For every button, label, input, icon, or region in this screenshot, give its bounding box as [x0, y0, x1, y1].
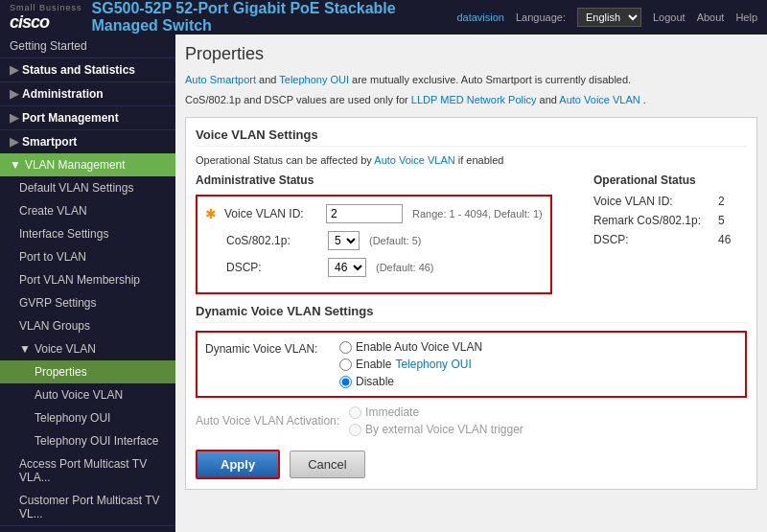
dynamic-vlan-label: Dynamic Voice VLAN: — [205, 340, 330, 356]
sidebar-item-gvrp-settings[interactable]: GVRP Settings — [0, 291, 175, 314]
arrow-icon: ▶ — [10, 135, 18, 149]
datavision-link[interactable]: datavision — [456, 12, 504, 23]
activation-immediate-radio — [349, 406, 361, 419]
sidebar-item-default-vlan[interactable]: Default VLAN Settings — [0, 176, 175, 199]
dscp-hint: (Default: 46) — [376, 262, 434, 273]
op-dscp-label: DSCP: — [593, 233, 709, 246]
radio-enable-auto-label: Enable Auto Voice VLAN — [356, 340, 482, 354]
cos-row: CoS/802.1p: 5 0123467 (Default: 5) — [205, 231, 543, 250]
dynamic-vlan-section: Dynamic Voice VLAN Settings Dynamic Voic… — [196, 304, 747, 436]
sidebar-label: Voice VLAN — [35, 342, 96, 356]
sidebar-item-telephony-oui[interactable]: Telephony OUI — [0, 406, 175, 429]
radio-enable-telephony-label-prefix: Enable — [356, 358, 391, 371]
language-select[interactable]: English — [577, 8, 641, 27]
button-row: Apply Cancel — [196, 450, 747, 479]
op-remark-row: Remark CoS/802.1p: 5 — [593, 214, 747, 227]
auto-voice-vlan-link[interactable]: Auto Voice VLAN — [559, 94, 639, 105]
telephony-oui-link[interactable]: Telephony OUI — [279, 74, 349, 85]
sidebar-label: Access Port Multicast TV VLA... — [19, 457, 166, 484]
lang-label: Language: — [516, 12, 566, 23]
sidebar-item-vlan-groups[interactable]: VLAN Groups — [0, 314, 175, 337]
sidebar-label: Port to VLAN — [19, 250, 86, 264]
voice-vlan-section: Voice VLAN Settings Operational Status c… — [185, 117, 757, 490]
cos-label: CoS/802.1p: — [226, 234, 322, 247]
cos-hint: (Default: 5) — [369, 235, 421, 246]
sidebar-item-auto-voice-vlan[interactable]: Auto Voice VLAN — [0, 383, 175, 406]
sidebar-item-administration[interactable]: ▶ Administration — [0, 81, 175, 105]
dynamic-vlan-box: Dynamic Voice VLAN: Enable Auto Voice VL… — [196, 331, 747, 398]
admin-status-box: ✱ Voice VLAN ID: Range: 1 - 4094, Defaul… — [196, 195, 552, 294]
logout-link[interactable]: Logout — [653, 12, 686, 23]
radio-enable-auto[interactable]: Enable Auto Voice VLAN — [339, 340, 482, 354]
sidebar-label: Telephony OUI Interface — [35, 434, 158, 448]
dscp-select[interactable]: 46 — [328, 258, 366, 277]
cisco-logo: Small Business cisco — [10, 3, 82, 33]
sidebar-label: Smartport — [22, 135, 77, 149]
op-status-text: Operational Status can be affected by Au… — [196, 154, 747, 166]
arrow-icon: ▶ — [10, 87, 18, 101]
sidebar-item-access-port-multicast[interactable]: Access Port Multicast TV VLA... — [0, 452, 175, 489]
op-remark-value: 5 — [718, 214, 725, 227]
dscp-label: DSCP: — [226, 261, 322, 274]
sidebar-item-getting-started[interactable]: Getting Started — [0, 35, 175, 58]
sidebar-item-vlan-management[interactable]: ▼ VLAN Management — [0, 153, 175, 176]
radio-enable-auto-input[interactable] — [339, 341, 352, 354]
header: Small Business cisco SG500-52P 52-Port G… — [0, 0, 767, 35]
auto-smartport-link[interactable]: Auto Smartport — [185, 74, 256, 85]
sidebar-label: Properties — [35, 365, 87, 379]
voice-vlan-id-hint: Range: 1 - 4094, Default: 1) — [412, 208, 543, 220]
sidebar-label: Administration — [22, 87, 104, 101]
sidebar-item-customer-port-multicast[interactable]: Customer Port Multicast TV VL... — [0, 489, 175, 525]
op-voice-vlan-id-row: Voice VLAN ID: 2 — [593, 195, 747, 208]
lldp-med-link[interactable]: LLDP MED Network Policy — [411, 94, 537, 105]
admin-status-col: Administrative Status ✱ Voice VLAN ID: R… — [196, 173, 555, 294]
page-title: Properties — [185, 44, 757, 64]
radio-disable[interactable]: Disable — [339, 375, 482, 388]
op-voice-vlan-id-label: Voice VLAN ID: — [593, 195, 709, 208]
activation-immediate-label: Immediate — [365, 405, 419, 419]
cos-select[interactable]: 5 0123467 — [328, 231, 360, 250]
apply-button[interactable]: Apply — [196, 450, 280, 479]
op-status-col: Operational Status Voice VLAN ID: 2 Rema… — [555, 173, 747, 294]
sidebar-label: Interface Settings — [19, 227, 108, 241]
sidebar-label: Create VLAN — [19, 204, 87, 218]
voice-vlan-id-row: ✱ Voice VLAN ID: Range: 1 - 4094, Defaul… — [205, 204, 543, 223]
cancel-button[interactable]: Cancel — [290, 451, 364, 478]
radio-enable-telephony[interactable]: Enable Telephony OUI — [339, 358, 482, 371]
sidebar-item-properties[interactable]: Properties — [0, 360, 175, 383]
cisco-wordmark: cisco — [10, 12, 49, 33]
op-status-header: Operational Status — [593, 173, 747, 187]
sidebar-item-port-management[interactable]: ▶ Port Management — [0, 105, 175, 129]
help-link[interactable]: Help — [735, 12, 757, 23]
op-dscp-row: DSCP: 46 — [593, 233, 747, 246]
logo-area: Small Business cisco — [10, 3, 82, 33]
activation-row: Auto Voice VLAN Activation: Immediate By… — [196, 405, 747, 436]
sidebar-item-status-statistics[interactable]: ▶ Status and Statistics — [0, 58, 175, 81]
radio-disable-input[interactable] — [339, 376, 352, 388]
sidebar-item-telephony-oui-interface[interactable]: Telephony OUI Interface — [0, 429, 175, 452]
sidebar-label: Auto Voice VLAN — [35, 388, 123, 402]
activation-immediate: Immediate — [349, 405, 523, 419]
sidebar-item-interface-settings[interactable]: Interface Settings — [0, 222, 175, 245]
sidebar-item-spanning-tree[interactable]: ▶ Spanning Tree — [0, 525, 175, 532]
main-content: Properties Auto Smartport and Telephony … — [175, 35, 767, 532]
activation-external-trigger: By external Voice VLAN trigger — [349, 423, 523, 436]
sidebar-item-port-vlan-membership[interactable]: Port VLAN Membership — [0, 268, 175, 291]
sidebar: Getting Started ▶ Status and Statistics … — [0, 35, 175, 532]
about-link[interactable]: About — [697, 12, 725, 23]
sidebar-item-create-vlan[interactable]: Create VLAN — [0, 199, 175, 222]
op-remark-label: Remark CoS/802.1p: — [593, 214, 709, 227]
telephony-oui-link2[interactable]: Telephony OUI — [395, 358, 471, 371]
sidebar-item-smartport[interactable]: ▶ Smartport — [0, 129, 175, 153]
voice-vlan-id-input[interactable] — [326, 204, 403, 223]
auto-voice-vlan-op-link[interactable]: Auto Voice VLAN — [374, 154, 454, 166]
admin-status-header: Administrative Status — [196, 173, 555, 187]
dynamic-vlan-row: Dynamic Voice VLAN: Enable Auto Voice VL… — [205, 340, 737, 388]
radio-enable-telephony-input[interactable] — [339, 359, 352, 371]
op-dscp-value: 46 — [718, 233, 731, 246]
sidebar-item-port-to-vlan[interactable]: Port to VLAN — [0, 245, 175, 268]
op-status-table: Voice VLAN ID: 2 Remark CoS/802.1p: 5 DS… — [593, 195, 747, 246]
sidebar-item-voice-vlan[interactable]: ▼ Voice VLAN — [0, 337, 175, 360]
activation-external-label: By external Voice VLAN trigger — [365, 423, 523, 436]
layout: Getting Started ▶ Status and Statistics … — [0, 35, 767, 532]
